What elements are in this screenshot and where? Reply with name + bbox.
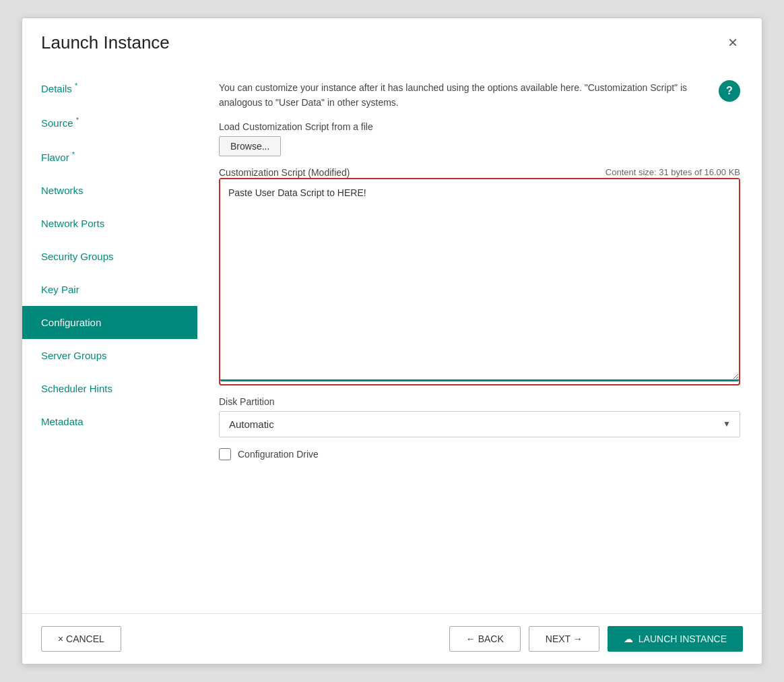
sidebar-item-flavor[interactable]: Flavor * bbox=[22, 140, 197, 174]
disk-partition-select-wrapper: Automatic Manual Off bbox=[219, 411, 740, 437]
dialog-header: Launch Instance × bbox=[22, 18, 762, 64]
disk-partition-label: Disk Partition bbox=[219, 396, 740, 407]
config-drive-checkbox[interactable] bbox=[219, 448, 231, 460]
sidebar-item-server-groups[interactable]: Server Groups bbox=[22, 339, 197, 372]
sidebar-item-details[interactable]: Details * bbox=[22, 71, 197, 105]
sidebar-item-label: Flavor * bbox=[41, 152, 75, 163]
sidebar-item-label: Server Groups bbox=[41, 350, 107, 361]
sidebar-item-label: Source * bbox=[41, 117, 79, 129]
sidebar-item-metadata[interactable]: Metadata bbox=[22, 405, 197, 438]
help-button[interactable]: ? bbox=[719, 80, 740, 102]
script-header: Customization Script (Modified) Content … bbox=[219, 167, 740, 178]
footer-right: ← BACK NEXT → ☁ LAUNCH INSTANCE bbox=[449, 626, 743, 652]
launch-icon: ☁ bbox=[624, 633, 633, 644]
sidebar-item-security-groups[interactable]: Security Groups bbox=[22, 240, 197, 273]
sidebar-item-source[interactable]: Source * bbox=[22, 105, 197, 140]
config-drive-label: Configuration Drive bbox=[238, 449, 319, 460]
script-textarea-wrapper: Paste User Data Script to HERE! bbox=[219, 178, 740, 385]
sidebar-item-label: Configuration bbox=[41, 317, 101, 328]
sidebar-item-configuration[interactable]: Configuration bbox=[22, 306, 197, 339]
load-script-label: Load Customization Script from a file bbox=[219, 121, 740, 132]
close-button[interactable]: × bbox=[723, 32, 743, 53]
dialog-title: Launch Instance bbox=[41, 32, 170, 53]
launch-label: LAUNCH INSTANCE bbox=[639, 633, 727, 644]
script-textarea[interactable]: Paste User Data Script to HERE! bbox=[220, 179, 739, 381]
dialog-body: Details * Source * Flavor * Networks Net… bbox=[22, 64, 762, 613]
next-button[interactable]: NEXT → bbox=[529, 626, 599, 652]
info-row: You can customize your instance after it… bbox=[219, 80, 740, 111]
script-label: Customization Script (Modified) bbox=[219, 167, 350, 178]
sidebar-item-label: Details * bbox=[41, 83, 77, 94]
config-drive-section: Configuration Drive bbox=[219, 448, 740, 460]
main-content: You can customize your instance after it… bbox=[197, 64, 762, 613]
launch-instance-dialog: Launch Instance × Details * Source * Fla… bbox=[22, 18, 762, 664]
script-section: Customization Script (Modified) Content … bbox=[219, 167, 740, 385]
browse-button[interactable]: Browse... bbox=[219, 136, 281, 156]
launch-instance-button[interactable]: ☁ LAUNCH INSTANCE bbox=[608, 626, 743, 652]
sidebar-item-label: Security Groups bbox=[41, 251, 114, 262]
cancel-button[interactable]: × CANCEL bbox=[41, 626, 121, 652]
back-button[interactable]: ← BACK bbox=[449, 626, 521, 652]
sidebar-item-label: Scheduler Hints bbox=[41, 383, 112, 394]
sidebar-item-networks[interactable]: Networks bbox=[22, 174, 197, 207]
sidebar-item-label: Metadata bbox=[41, 416, 84, 427]
info-text: You can customize your instance after it… bbox=[219, 80, 708, 111]
content-size: Content size: 31 bytes of 16.00 KB bbox=[606, 167, 740, 177]
disk-partition-section: Disk Partition Automatic Manual Off bbox=[219, 396, 740, 437]
sidebar-item-key-pair[interactable]: Key Pair bbox=[22, 273, 197, 306]
load-script-section: Load Customization Script from a file Br… bbox=[219, 121, 740, 156]
sidebar-item-label: Networks bbox=[41, 185, 84, 196]
dialog-footer: × CANCEL ← BACK NEXT → ☁ LAUNCH INSTANCE bbox=[22, 613, 762, 664]
sidebar-item-label: Key Pair bbox=[41, 284, 79, 295]
sidebar-item-network-ports[interactable]: Network Ports bbox=[22, 207, 197, 240]
sidebar-item-scheduler-hints[interactable]: Scheduler Hints bbox=[22, 372, 197, 405]
disk-partition-select[interactable]: Automatic Manual Off bbox=[219, 411, 740, 437]
sidebar: Details * Source * Flavor * Networks Net… bbox=[22, 64, 197, 613]
sidebar-item-label: Network Ports bbox=[41, 218, 104, 229]
